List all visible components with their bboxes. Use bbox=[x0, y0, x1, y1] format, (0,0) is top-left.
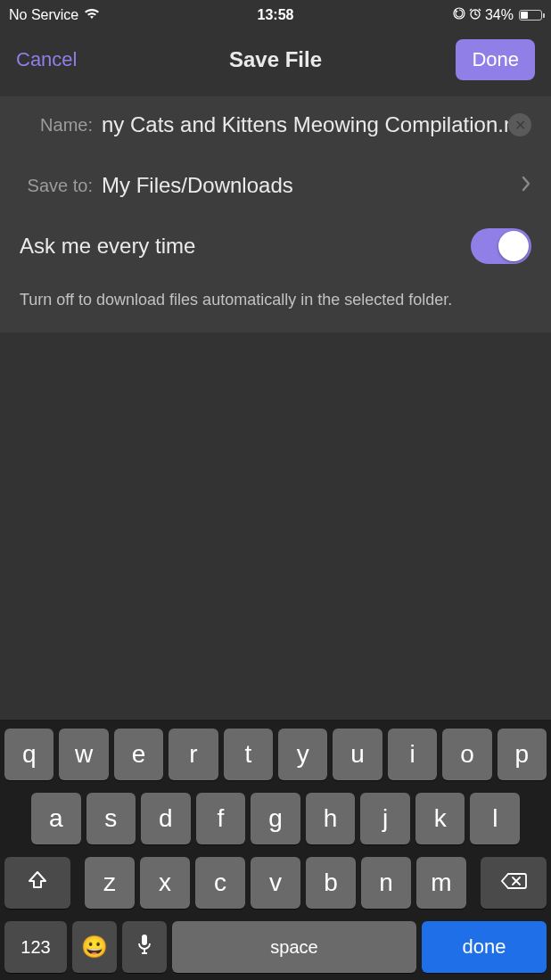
shift-key[interactable] bbox=[4, 857, 70, 909]
toggle-knob bbox=[498, 231, 529, 261]
shift-icon bbox=[26, 869, 49, 898]
saveto-value: My Files/Downloads bbox=[102, 173, 521, 198]
numbers-key[interactable]: 123 bbox=[4, 921, 67, 973]
wifi-icon bbox=[84, 7, 100, 23]
keyboard-done-key[interactable]: done bbox=[422, 921, 547, 973]
key-d[interactable]: d bbox=[141, 793, 191, 844]
name-row: Name: ✕ bbox=[20, 112, 531, 137]
close-icon: ✕ bbox=[514, 117, 526, 134]
hint-text: Turn off to download files automatically… bbox=[20, 289, 531, 311]
microphone-icon bbox=[136, 933, 152, 962]
emoji-key[interactable]: 😀 bbox=[72, 921, 117, 973]
keyboard-row-3: z x c v b n m bbox=[4, 857, 547, 909]
key-a[interactable]: a bbox=[31, 793, 81, 844]
cancel-button[interactable]: Cancel bbox=[16, 48, 77, 71]
key-f[interactable]: f bbox=[196, 793, 246, 844]
key-m[interactable]: m bbox=[416, 857, 466, 909]
key-c[interactable]: c bbox=[195, 857, 245, 909]
onscreen-keyboard: q w e r t y u i o p a s d f g h j k l z … bbox=[0, 720, 551, 980]
key-j[interactable]: j bbox=[360, 793, 410, 844]
keyboard-row-4: 123 😀 space done bbox=[4, 921, 547, 973]
save-form: Name: ✕ Save to: My Files/Downloads Ask … bbox=[0, 96, 551, 333]
key-q[interactable]: q bbox=[4, 729, 53, 780]
key-u[interactable]: u bbox=[333, 729, 382, 780]
saveto-label: Save to: bbox=[20, 176, 102, 196]
key-w[interactable]: w bbox=[59, 729, 108, 780]
navigation-bar: Cancel Save File Done bbox=[0, 27, 551, 96]
keyboard-row-1: q w e r t y u i o p bbox=[4, 729, 547, 780]
ask-every-time-label: Ask me every time bbox=[20, 234, 195, 259]
carrier-text: No Service bbox=[9, 7, 78, 23]
key-h[interactable]: h bbox=[306, 793, 356, 844]
key-r[interactable]: r bbox=[169, 729, 218, 780]
done-button[interactable]: Done bbox=[456, 39, 535, 80]
key-k[interactable]: k bbox=[415, 793, 465, 844]
key-s[interactable]: s bbox=[86, 793, 136, 844]
status-bar: No Service 13:58 34% bbox=[0, 0, 551, 27]
clear-text-button[interactable]: ✕ bbox=[508, 113, 531, 136]
key-t[interactable]: t bbox=[224, 729, 273, 780]
backspace-key[interactable] bbox=[481, 857, 547, 909]
space-key[interactable]: space bbox=[172, 921, 416, 973]
filename-input[interactable] bbox=[102, 112, 508, 137]
key-l[interactable]: l bbox=[470, 793, 520, 844]
keyboard-row-2: a s d f g h j k l bbox=[4, 793, 547, 844]
key-e[interactable]: e bbox=[114, 729, 163, 780]
key-p[interactable]: p bbox=[498, 729, 547, 780]
key-n[interactable]: n bbox=[361, 857, 411, 909]
battery-icon bbox=[519, 10, 542, 21]
key-x[interactable]: x bbox=[140, 857, 190, 909]
key-g[interactable]: g bbox=[251, 793, 300, 844]
alarm-icon bbox=[469, 7, 481, 23]
battery-percent: 34% bbox=[485, 7, 514, 23]
dictation-key[interactable] bbox=[122, 921, 167, 973]
emoji-icon: 😀 bbox=[81, 935, 108, 959]
ask-every-time-row: Ask me every time bbox=[20, 228, 531, 264]
backspace-icon bbox=[500, 869, 527, 897]
chevron-right-icon bbox=[521, 174, 531, 197]
key-b[interactable]: b bbox=[306, 857, 356, 909]
svg-rect-2 bbox=[142, 935, 147, 945]
page-title: Save File bbox=[229, 47, 322, 72]
key-o[interactable]: o bbox=[442, 729, 491, 780]
save-to-row[interactable]: Save to: My Files/Downloads bbox=[20, 173, 531, 198]
ask-every-time-toggle[interactable] bbox=[471, 228, 531, 264]
key-z[interactable]: z bbox=[85, 857, 135, 909]
orientation-lock-icon bbox=[453, 7, 465, 23]
status-time: 13:58 bbox=[258, 7, 294, 23]
key-v[interactable]: v bbox=[251, 857, 300, 909]
key-i[interactable]: i bbox=[388, 729, 437, 780]
key-y[interactable]: y bbox=[278, 729, 327, 780]
name-label: Name: bbox=[20, 115, 102, 136]
